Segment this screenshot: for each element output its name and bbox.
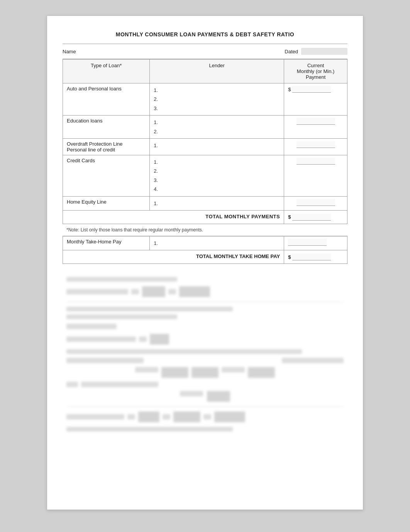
blurred-item-3 [66,337,136,342]
blurred-item-7 [222,367,245,372]
payment-overdraft [284,138,347,155]
table-row: Credit Cards 1. 2. 3. 4. [63,155,347,196]
take-home-table: Monthly Take-Home Pay 1. TOTAL MONTHLY T… [63,236,347,264]
blurred-item-4 [66,358,144,363]
blurred-box-10 [214,411,245,422]
blurred-op-2 [168,289,176,294]
blurred-item-1 [66,289,128,294]
total-take-home-input[interactable] [292,253,331,260]
loan-type-education: Education loans [63,116,150,139]
dollar-field-auto: $ [288,86,343,93]
blurred-row-2 [66,367,344,378]
total-monthly-row: TOTAL MONTHLY PAYMENTS $ [63,210,347,224]
loan-type-home-equity: Home Equity Line [63,196,150,210]
lender-credit-cards: 1. 2. 3. 4. [150,155,284,196]
blurred-box-3 [150,334,169,345]
payment-input-credit-cards[interactable] [296,158,335,165]
blurred-line-1 [66,277,177,282]
total-take-home-label: TOTAL MONTHLY TAKE HOME PAY [63,250,284,264]
blurred-line-4 [66,349,302,354]
lender-auto: 1. 2. 3. [150,83,284,116]
blurred-op-6 [203,414,211,420]
blurred-item-11 [66,414,124,420]
blurred-item-9 [81,382,158,387]
payment-input-education[interactable] [296,118,335,125]
payment-education [284,116,347,139]
take-home-label: Monthly Take-Home Pay [63,236,150,250]
col-header-type: Type of Loan* [63,59,150,83]
blurred-box-8 [138,411,159,422]
payment-auto: $ [284,83,347,116]
table-header-row: Type of Loan* Lender CurrentMonthly (or … [63,59,347,83]
payment-home-equity [284,196,347,210]
total-take-home-amount: $ [284,250,347,264]
blurred-line-5 [66,427,233,432]
blurred-formula-4 [66,411,344,422]
blurred-line-2 [66,307,233,311]
form-title: MONTHLY CONSUMER LOAN PAYMENTS & DEBT SA… [63,27,347,44]
table-row: Home Equity Line 1. [63,196,347,210]
lender-overdraft: 1. [150,138,284,155]
dollar-sign-auto: $ [288,87,291,92]
table-row: Overdraft Protection LinePersonal line o… [63,138,347,155]
payment-credit-cards [284,155,347,196]
blurred-row-1 [66,358,344,363]
page: MONTHLY CONSUMER LOAN PAYMENTS & DEBT SA… [47,15,363,510]
total-monthly-input[interactable] [292,214,331,221]
lender-home-equity: 1. [150,196,284,210]
dated-value[interactable] [301,48,347,55]
take-home-amount [284,236,347,250]
col-header-lender: Lender [150,59,284,83]
name-dated-row: Name Dated [63,44,347,59]
blurred-box-6 [248,367,275,378]
table-row: Auto and Personal loans 1. 2. 3. $ [63,83,347,116]
blurred-formula-2 [66,324,344,329]
total-monthly-amount: $ [284,210,347,224]
payment-input-home-equity[interactable] [296,199,335,206]
blurred-item-2 [66,324,117,329]
blurred-op-4 [127,414,135,420]
loan-table: Type of Loan* Lender CurrentMonthly (or … [63,59,347,224]
total-take-home-row: TOTAL MONTHLY TAKE HOME PAY $ [63,250,347,264]
lender-education: 1. 2. [150,116,284,139]
blurred-op-3 [139,337,147,342]
payment-input-auto[interactable] [292,86,331,93]
blurred-item-6 [135,367,158,372]
name-label: Name [63,49,285,54]
blurred-item-8 [66,382,78,387]
blurred-divider-2 [66,406,344,407]
blurred-line-3 [66,314,177,319]
blurred-box-1 [142,286,165,297]
loan-type-overdraft: Overdraft Protection LinePersonal line o… [63,138,150,155]
take-home-row: Monthly Take-Home Pay 1. [63,236,347,250]
note-row: *Note: List only those loans that requir… [63,224,347,236]
blurred-formula-1 [66,286,344,297]
blurred-row-3 [66,382,344,387]
take-home-input[interactable] [288,239,327,246]
blurred-row-4 [66,391,344,402]
dated-label: Dated [285,49,298,54]
blurred-box-7 [207,391,230,402]
blurred-item-5 [282,358,344,363]
blurred-op-5 [163,414,170,420]
blurred-item-10 [180,391,203,396]
blurred-box-9 [173,411,200,422]
loan-type-credit-cards: Credit Cards [63,155,150,196]
total-monthly-label: TOTAL MONTHLY PAYMENTS [63,210,284,224]
total-take-home-dollar-sign: $ [288,254,291,260]
payment-input-overdraft[interactable] [296,141,335,148]
blurred-formula-3 [66,334,344,345]
blurred-box-2 [179,286,210,297]
table-row: Education loans 1. 2. [63,116,347,139]
loan-type-auto: Auto and Personal loans [63,83,150,116]
total-take-home-dollar-field: $ [288,253,343,260]
blurred-box-5 [191,367,219,378]
blurred-box-4 [161,367,188,378]
blurred-lower-section [63,270,347,439]
blurred-op-1 [131,289,139,294]
col-header-payment: CurrentMonthly (or Min.)Payment [284,59,347,83]
take-home-lender-num: 1. [150,236,284,250]
blurred-divider-1 [66,302,344,302]
total-dollar-sign: $ [288,214,291,220]
total-dollar-field: $ [288,214,343,221]
